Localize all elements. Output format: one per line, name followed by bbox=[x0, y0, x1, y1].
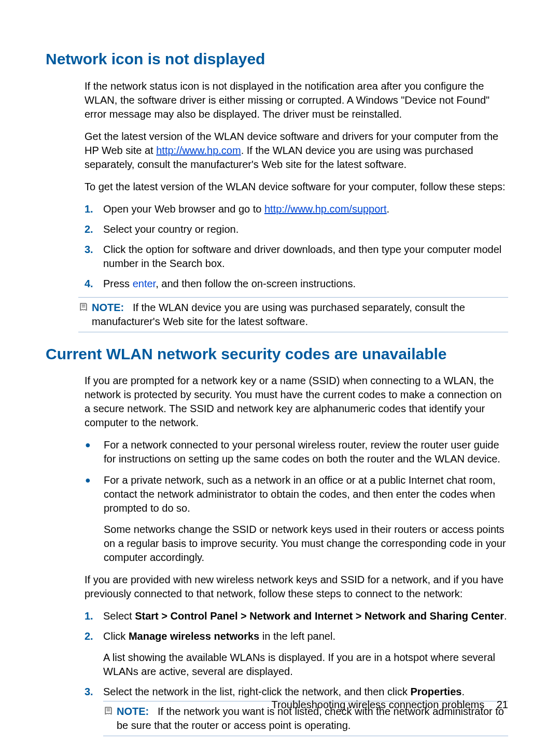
heading-network-icon: Network icon is not displayed bbox=[46, 49, 508, 70]
note-icon bbox=[78, 301, 92, 329]
heading-wlan-codes: Current WLAN network security codes are … bbox=[46, 344, 508, 365]
body-text: To get the latest version of the WLAN de… bbox=[85, 180, 508, 194]
note-icon bbox=[103, 705, 117, 733]
footer-section-label: Troubleshooting wireless connection prob… bbox=[272, 699, 485, 710]
body-text: If you are prompted for a network key or… bbox=[85, 374, 508, 430]
link-hp-support[interactable]: http://www.hp.com/support bbox=[264, 203, 387, 215]
step-text: Open your Web browser and go to http://w… bbox=[103, 202, 508, 216]
bullet-icon: ● bbox=[85, 438, 104, 452]
step-text: Select the network in the list, right-cl… bbox=[103, 685, 508, 743]
step-number: 1. bbox=[85, 202, 103, 216]
bullet-extra-text: Some networks change the SSID or network… bbox=[104, 523, 508, 565]
step-number: 1. bbox=[85, 609, 103, 623]
step-text: Press enter, and then follow the on-scre… bbox=[103, 277, 508, 291]
key-name: enter bbox=[133, 278, 156, 289]
page-footer: Troubleshooting wireless connection prob… bbox=[272, 698, 508, 712]
step-extra-text: A list showing the available WLANs is di… bbox=[103, 651, 508, 679]
bullet-text: For a network connected to your personal… bbox=[104, 438, 508, 466]
step-text: Select your country or region. bbox=[103, 222, 508, 236]
step-number: 2. bbox=[85, 222, 103, 236]
ordered-list-2: 1.Select Start > Control Panel > Network… bbox=[85, 609, 508, 745]
body-text: If you are provided with new wireless ne… bbox=[85, 573, 508, 601]
note-label: NOTE: bbox=[92, 302, 124, 313]
step-number: 4. bbox=[85, 277, 103, 291]
body-text: Get the latest version of the WLAN devic… bbox=[85, 130, 508, 172]
bullet-text: For a private network, such as a network… bbox=[104, 473, 508, 565]
note-text: NOTE: If the WLAN device you are using w… bbox=[92, 301, 508, 329]
link-hp[interactable]: http://www.hp.com bbox=[156, 145, 241, 156]
step-text: Click Manage wireless networks in the le… bbox=[103, 629, 508, 679]
step-number: 3. bbox=[85, 685, 103, 699]
step-number: 2. bbox=[85, 629, 103, 643]
bullet-list: ● For a network connected to your person… bbox=[85, 438, 508, 565]
step-text: Select Start > Control Panel > Network a… bbox=[103, 609, 508, 623]
step-number: 3. bbox=[85, 243, 103, 257]
footer-page-number: 21 bbox=[497, 699, 508, 710]
step-text: Click the option for software and driver… bbox=[103, 243, 508, 271]
body-text: If the network status icon is not displa… bbox=[85, 79, 508, 121]
note-label: NOTE: bbox=[117, 706, 149, 717]
bullet-icon: ● bbox=[85, 473, 104, 487]
ordered-list: 1. Open your Web browser and go to http:… bbox=[85, 202, 508, 291]
